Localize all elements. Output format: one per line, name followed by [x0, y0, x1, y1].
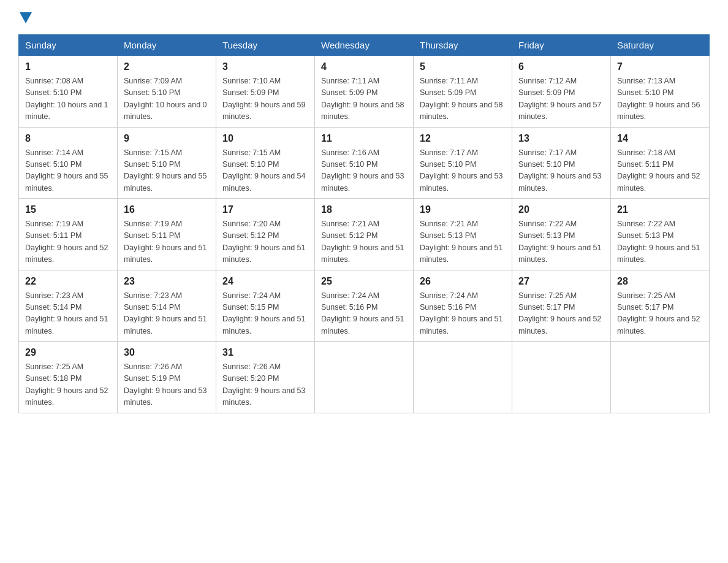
day-number: 8	[25, 131, 111, 146]
day-number: 7	[617, 59, 703, 74]
day-number: 3	[222, 59, 308, 74]
day-detail: Sunrise: 7:26 AMSunset: 5:19 PMDaylight:…	[124, 361, 210, 409]
day-detail: Sunrise: 7:09 AMSunset: 5:10 PMDaylight:…	[124, 75, 210, 123]
calendar-day-cell: 31Sunrise: 7:26 AMSunset: 5:20 PMDayligh…	[216, 342, 315, 413]
day-number: 31	[222, 345, 308, 360]
day-number: 4	[321, 59, 407, 74]
day-number: 21	[617, 202, 703, 217]
day-detail: Sunrise: 7:15 AMSunset: 5:10 PMDaylight:…	[124, 147, 210, 195]
calendar-day-cell: 14Sunrise: 7:18 AMSunset: 5:11 PMDayligh…	[611, 127, 710, 199]
calendar-day-cell: 22Sunrise: 7:23 AMSunset: 5:14 PMDayligh…	[19, 270, 118, 342]
day-detail: Sunrise: 7:13 AMSunset: 5:10 PMDaylight:…	[617, 75, 703, 123]
day-number: 12	[420, 131, 506, 146]
day-number: 11	[321, 131, 407, 146]
calendar-day-cell: 25Sunrise: 7:24 AMSunset: 5:16 PMDayligh…	[315, 270, 414, 342]
calendar-week-row: 15Sunrise: 7:19 AMSunset: 5:11 PMDayligh…	[19, 199, 710, 270]
day-detail: Sunrise: 7:20 AMSunset: 5:12 PMDaylight:…	[222, 218, 308, 266]
calendar-day-cell: 26Sunrise: 7:24 AMSunset: 5:16 PMDayligh…	[414, 270, 512, 342]
day-detail: Sunrise: 7:26 AMSunset: 5:20 PMDaylight:…	[222, 361, 308, 409]
calendar-day-cell: 21Sunrise: 7:22 AMSunset: 5:13 PMDayligh…	[611, 199, 710, 270]
calendar-day-cell: 30Sunrise: 7:26 AMSunset: 5:19 PMDayligh…	[118, 342, 216, 413]
day-number: 5	[420, 59, 506, 74]
day-number: 25	[321, 274, 407, 289]
calendar-week-row: 8Sunrise: 7:14 AMSunset: 5:10 PMDaylight…	[19, 127, 710, 199]
weekday-header-saturday: Saturday	[611, 35, 710, 56]
day-detail: Sunrise: 7:11 AMSunset: 5:09 PMDaylight:…	[420, 75, 506, 123]
day-number: 24	[222, 274, 308, 289]
day-detail: Sunrise: 7:18 AMSunset: 5:11 PMDaylight:…	[617, 147, 703, 195]
weekday-header-wednesday: Wednesday	[315, 35, 414, 56]
weekday-header-sunday: Sunday	[19, 35, 118, 56]
calendar-day-cell: 18Sunrise: 7:21 AMSunset: 5:12 PMDayligh…	[315, 199, 414, 270]
calendar-day-cell: 12Sunrise: 7:17 AMSunset: 5:10 PMDayligh…	[414, 127, 512, 199]
day-number: 9	[124, 131, 210, 146]
calendar-day-cell: 27Sunrise: 7:25 AMSunset: 5:17 PMDayligh…	[512, 270, 611, 342]
day-detail: Sunrise: 7:22 AMSunset: 5:13 PMDaylight:…	[617, 218, 703, 266]
day-detail: Sunrise: 7:25 AMSunset: 5:18 PMDaylight:…	[25, 361, 111, 409]
day-detail: Sunrise: 7:10 AMSunset: 5:09 PMDaylight:…	[222, 75, 308, 123]
day-detail: Sunrise: 7:21 AMSunset: 5:12 PMDaylight:…	[321, 218, 407, 266]
calendar-table: SundayMondayTuesdayWednesdayThursdayFrid…	[18, 34, 710, 413]
page-header	[18, 12, 710, 23]
day-detail: Sunrise: 7:17 AMSunset: 5:10 PMDaylight:…	[420, 147, 506, 195]
day-number: 17	[222, 202, 308, 217]
day-number: 15	[25, 202, 111, 217]
weekday-header-thursday: Thursday	[414, 35, 512, 56]
calendar-day-cell: 11Sunrise: 7:16 AMSunset: 5:10 PMDayligh…	[315, 127, 414, 199]
calendar-day-cell: 10Sunrise: 7:15 AMSunset: 5:10 PMDayligh…	[216, 127, 315, 199]
calendar-day-cell	[414, 342, 512, 413]
calendar-day-cell: 24Sunrise: 7:24 AMSunset: 5:15 PMDayligh…	[216, 270, 315, 342]
day-detail: Sunrise: 7:24 AMSunset: 5:16 PMDaylight:…	[321, 290, 407, 338]
day-detail: Sunrise: 7:21 AMSunset: 5:13 PMDaylight:…	[420, 218, 506, 266]
calendar-day-cell	[315, 342, 414, 413]
calendar-week-row: 29Sunrise: 7:25 AMSunset: 5:18 PMDayligh…	[19, 342, 710, 413]
day-number: 20	[518, 202, 604, 217]
day-detail: Sunrise: 7:23 AMSunset: 5:14 PMDaylight:…	[124, 290, 210, 338]
day-detail: Sunrise: 7:16 AMSunset: 5:10 PMDaylight:…	[321, 147, 407, 195]
day-detail: Sunrise: 7:08 AMSunset: 5:10 PMDaylight:…	[25, 75, 111, 123]
logo	[18, 12, 33, 23]
day-number: 28	[617, 274, 703, 289]
day-number: 16	[124, 202, 210, 217]
calendar-day-cell: 23Sunrise: 7:23 AMSunset: 5:14 PMDayligh…	[118, 270, 216, 342]
day-detail: Sunrise: 7:14 AMSunset: 5:10 PMDaylight:…	[25, 147, 111, 195]
day-detail: Sunrise: 7:19 AMSunset: 5:11 PMDaylight:…	[124, 218, 210, 266]
calendar-day-cell: 8Sunrise: 7:14 AMSunset: 5:10 PMDaylight…	[19, 127, 118, 199]
calendar-day-cell	[611, 342, 710, 413]
day-number: 19	[420, 202, 506, 217]
calendar-day-cell	[512, 342, 611, 413]
day-detail: Sunrise: 7:17 AMSunset: 5:10 PMDaylight:…	[518, 147, 604, 195]
calendar-day-cell: 2Sunrise: 7:09 AMSunset: 5:10 PMDaylight…	[118, 56, 216, 128]
weekday-header-row: SundayMondayTuesdayWednesdayThursdayFrid…	[19, 35, 710, 56]
calendar-day-cell: 17Sunrise: 7:20 AMSunset: 5:12 PMDayligh…	[216, 199, 315, 270]
calendar-day-cell: 29Sunrise: 7:25 AMSunset: 5:18 PMDayligh…	[19, 342, 118, 413]
day-number: 13	[518, 131, 604, 146]
calendar-day-cell: 28Sunrise: 7:25 AMSunset: 5:17 PMDayligh…	[611, 270, 710, 342]
day-detail: Sunrise: 7:15 AMSunset: 5:10 PMDaylight:…	[222, 147, 308, 195]
calendar-day-cell: 3Sunrise: 7:10 AMSunset: 5:09 PMDaylight…	[216, 56, 315, 128]
day-detail: Sunrise: 7:23 AMSunset: 5:14 PMDaylight:…	[25, 290, 111, 338]
day-number: 29	[25, 345, 111, 360]
day-detail: Sunrise: 7:19 AMSunset: 5:11 PMDaylight:…	[25, 218, 111, 266]
day-number: 26	[420, 274, 506, 289]
day-number: 6	[518, 59, 604, 74]
day-detail: Sunrise: 7:24 AMSunset: 5:15 PMDaylight:…	[222, 290, 308, 338]
weekday-header-monday: Monday	[118, 35, 216, 56]
day-detail: Sunrise: 7:11 AMSunset: 5:09 PMDaylight:…	[321, 75, 407, 123]
logo-triangle-icon	[20, 12, 32, 23]
day-number: 10	[222, 131, 308, 146]
calendar-day-cell: 7Sunrise: 7:13 AMSunset: 5:10 PMDaylight…	[611, 56, 710, 128]
calendar-week-row: 22Sunrise: 7:23 AMSunset: 5:14 PMDayligh…	[19, 270, 710, 342]
calendar-day-cell: 9Sunrise: 7:15 AMSunset: 5:10 PMDaylight…	[118, 127, 216, 199]
weekday-header-tuesday: Tuesday	[216, 35, 315, 56]
calendar-day-cell: 16Sunrise: 7:19 AMSunset: 5:11 PMDayligh…	[118, 199, 216, 270]
calendar-day-cell: 6Sunrise: 7:12 AMSunset: 5:09 PMDaylight…	[512, 56, 611, 128]
calendar-day-cell: 19Sunrise: 7:21 AMSunset: 5:13 PMDayligh…	[414, 199, 512, 270]
calendar-day-cell: 13Sunrise: 7:17 AMSunset: 5:10 PMDayligh…	[512, 127, 611, 199]
weekday-header-friday: Friday	[512, 35, 611, 56]
calendar-day-cell: 4Sunrise: 7:11 AMSunset: 5:09 PMDaylight…	[315, 56, 414, 128]
day-number: 30	[124, 345, 210, 360]
calendar-week-row: 1Sunrise: 7:08 AMSunset: 5:10 PMDaylight…	[19, 56, 710, 128]
day-detail: Sunrise: 7:25 AMSunset: 5:17 PMDaylight:…	[617, 290, 703, 338]
day-detail: Sunrise: 7:22 AMSunset: 5:13 PMDaylight:…	[518, 218, 604, 266]
